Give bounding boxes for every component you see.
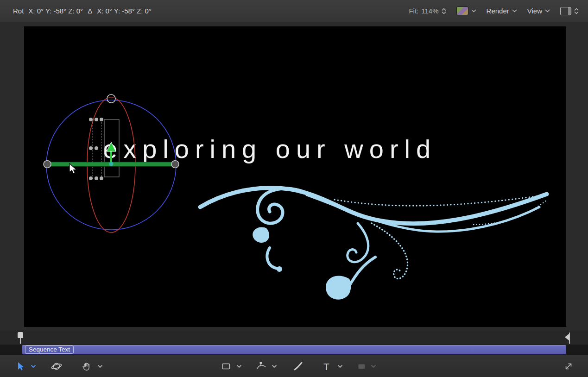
play-range-out-marker[interactable]: [563, 332, 571, 345]
3d-rotation-manipulator[interactable]: [38, 91, 186, 244]
layout-stepper-icon: [574, 7, 579, 15]
top-rotation-handle[interactable]: [107, 94, 115, 103]
paint-stroke-tool[interactable]: [293, 355, 304, 377]
mask-tool-menu[interactable]: [371, 355, 376, 377]
app-window: { "header": { "rot_label": "Rot", "rot_v…: [0, 0, 588, 377]
select-tool-menu[interactable]: [31, 355, 36, 377]
rotation-status: Rot X: 0° Y: -58° Z: 0° Δ X: 0° Y: -58° …: [0, 7, 152, 15]
delta-icon: Δ: [88, 7, 92, 15]
bezier-pen-tool[interactable]: [256, 355, 267, 377]
text-tool-menu[interactable]: [337, 355, 343, 377]
chevron-down-icon: [512, 9, 517, 13]
play-range-in-marker[interactable]: [17, 332, 24, 345]
canvas-surround: exploring our world: [0, 22, 588, 330]
3d-transform-tool[interactable]: [51, 355, 62, 377]
pan-hand-tool[interactable]: [82, 355, 92, 377]
channels-menu[interactable]: [456, 6, 476, 15]
render-menu[interactable]: Render: [487, 7, 517, 15]
mask-tool[interactable]: [357, 355, 367, 377]
chevron-down-icon: [97, 364, 103, 368]
delta-values: X: 0° Y: -58° Z: 0°: [97, 7, 152, 15]
sequence-text-track[interactable]: Sequence Text: [22, 345, 566, 354]
track-label: Sequence Text: [25, 346, 74, 354]
chevron-down-icon: [471, 9, 476, 13]
bezier-pen-icon: [256, 361, 267, 372]
pan-tool-menu[interactable]: [97, 355, 103, 377]
tool-bar: T: [0, 355, 588, 377]
canvas-layout-control[interactable]: [560, 7, 579, 15]
3d-orbit-icon: [51, 361, 62, 372]
rectangle-shape-tool[interactable]: [221, 355, 231, 377]
render-label: Render: [487, 7, 509, 15]
fit-stepper-icon: [442, 7, 446, 15]
chevron-down-icon: [236, 364, 242, 368]
rot-label: Rot: [13, 7, 24, 15]
bezier-tool-menu[interactable]: [272, 355, 277, 377]
view-label: View: [527, 7, 542, 15]
anchor-point-handle[interactable]: [109, 162, 114, 166]
text-tool-icon: T: [323, 362, 329, 371]
fit-value: 114%: [421, 7, 438, 15]
chevron-down-icon: [31, 364, 36, 368]
rectangle-icon: [221, 361, 231, 371]
hand-icon: [82, 361, 92, 371]
zoom-fit-control[interactable]: Fit: 114%: [409, 7, 446, 15]
mask-icon: [357, 361, 367, 371]
rot-values: X: 0° Y: -58° Z: 0°: [28, 7, 83, 15]
view-menu[interactable]: View: [527, 7, 550, 15]
text-tool[interactable]: T: [323, 355, 329, 377]
chevron-down-icon: [371, 364, 376, 368]
canvas-layout-icon: [560, 7, 571, 15]
select-transform-tool[interactable]: [16, 355, 26, 377]
expand-canvas-icon: [563, 361, 574, 371]
canvas-toolbar: Rot X: 0° Y: -58° Z: 0° Δ X: 0° Y: -58° …: [0, 0, 588, 22]
timeline-track-row: Sequence Text: [0, 345, 588, 355]
canvas-viewport[interactable]: exploring our world: [24, 26, 566, 327]
shape-tool-menu[interactable]: [236, 355, 242, 377]
expand-canvas-button[interactable]: [563, 355, 574, 377]
chevron-down-icon: [545, 9, 550, 13]
axis-end-handle[interactable]: [171, 161, 179, 168]
blue-flourish-graphic[interactable]: [196, 179, 562, 311]
paint-stroke-icon: [293, 361, 304, 372]
chevron-down-icon: [337, 364, 343, 368]
axis-end-handle[interactable]: [44, 161, 51, 168]
timeline-ruler[interactable]: [0, 330, 588, 345]
chevron-down-icon: [272, 364, 277, 368]
fit-label: Fit:: [409, 7, 418, 15]
mouse-cursor: [68, 163, 78, 175]
gradient-swatch-icon: [456, 6, 468, 15]
select-arrow-icon: [16, 361, 26, 371]
